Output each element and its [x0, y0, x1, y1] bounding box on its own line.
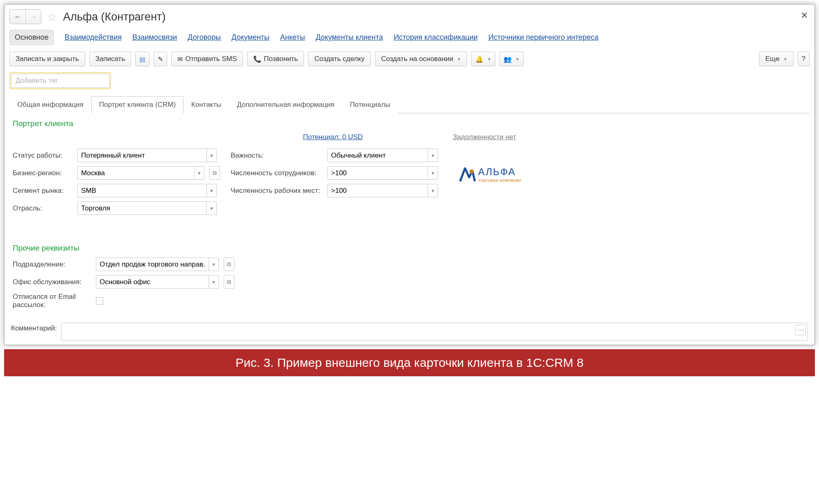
dropdown-icon[interactable]: ▼: [206, 202, 216, 215]
tabs: Общая информация Портрет клиента (CRM) К…: [9, 96, 810, 113]
nav-sources[interactable]: Источники первичного интереса: [488, 33, 599, 42]
tab-general[interactable]: Общая информация: [9, 96, 91, 113]
create-based-button[interactable]: Создать на основании▼: [375, 52, 467, 66]
label-workplaces: Численность рабочих мест:: [231, 187, 324, 195]
dept-select[interactable]: ▼: [96, 258, 219, 271]
back-button[interactable]: ←: [10, 10, 25, 24]
dropdown-icon[interactable]: ▼: [194, 167, 204, 179]
status-value[interactable]: [78, 149, 206, 162]
edit-icon-button[interactable]: ✎: [154, 52, 167, 66]
nav-class-history[interactable]: История классификации: [394, 33, 478, 42]
users-icon-button[interactable]: 👥▼: [499, 52, 524, 66]
other-section: Прочие реквизиты Подразделение: ▼ ⧉ Офис…: [13, 244, 806, 310]
potential-link[interactable]: Потенциал: 0 USD: [303, 133, 363, 141]
favorite-star-icon[interactable]: ☆: [47, 10, 57, 24]
segment-value[interactable]: [78, 185, 206, 197]
expand-icon[interactable]: ⋯: [795, 325, 806, 335]
list-icon-button[interactable]: ▤: [135, 52, 150, 66]
logo-mark-icon: [457, 165, 476, 184]
nav-client-docs[interactable]: Документы клиента: [315, 33, 383, 42]
tab-portrait[interactable]: Портрет клиента (CRM): [91, 96, 184, 113]
toolbar: Записать и закрыть Записать ▤ ✎ ✉Отправи…: [9, 52, 810, 66]
bell-icon-button[interactable]: 🔔▼: [471, 52, 495, 66]
office-select[interactable]: ▼: [96, 275, 219, 289]
dept-value[interactable]: [96, 258, 209, 271]
label-branch: Отрасль:: [13, 204, 74, 212]
save-close-button[interactable]: Записать и закрыть: [9, 52, 85, 66]
close-icon[interactable]: ✕: [801, 10, 808, 21]
label-region: Бизнес-регион:: [13, 169, 74, 177]
tag-input-wrap: [9, 72, 111, 89]
dropdown-icon[interactable]: ▼: [428, 184, 438, 197]
svg-point-0: [470, 170, 474, 174]
nav-interactions[interactable]: Взаимодействия: [64, 33, 122, 42]
call-button[interactable]: 📞Позвонить: [247, 52, 304, 66]
create-deal-button[interactable]: Создать сделку: [308, 52, 371, 66]
segment-select[interactable]: ▼: [77, 184, 217, 197]
branch-value[interactable]: [78, 202, 206, 215]
nav-forms[interactable]: Анкеты: [280, 33, 305, 42]
comment-label: Комментарий:: [11, 323, 57, 332]
dropdown-icon[interactable]: ▼: [428, 149, 438, 162]
save-button[interactable]: Записать: [89, 52, 132, 66]
tab-potentials[interactable]: Потенциалы: [342, 96, 398, 113]
open-icon[interactable]: ⧉: [209, 166, 220, 180]
tab-content: Портрет клиента Потенциал: 0 USD Задолже…: [9, 113, 810, 318]
help-button[interactable]: ?: [798, 52, 810, 66]
importance-select[interactable]: ▼: [327, 149, 438, 162]
nav-documents[interactable]: Документы: [231, 33, 270, 42]
more-label: Еще: [765, 55, 780, 63]
dropdown-icon[interactable]: ▼: [209, 258, 218, 271]
forward-button[interactable]: →: [25, 10, 41, 24]
tab-additional[interactable]: Дополнительная информация: [229, 96, 342, 113]
logo-sub: торговая компания: [478, 178, 521, 183]
dropdown-icon[interactable]: ▼: [206, 149, 216, 162]
label-office: Офис обслуживания:: [13, 278, 93, 286]
office-value[interactable]: [96, 276, 209, 288]
branch-select[interactable]: ▼: [77, 201, 217, 215]
nav-relations[interactable]: Взаимосвязи: [132, 33, 177, 42]
send-sms-label: Отправить SMS: [185, 55, 237, 63]
other-heading: Прочие реквизиты: [13, 244, 806, 253]
create-based-label: Создать на основании: [381, 55, 453, 63]
workplaces-select[interactable]: ▼: [327, 184, 438, 197]
nav-main[interactable]: Основное: [9, 30, 54, 45]
client-logo: АЛЬФА торговая компания: [457, 165, 521, 184]
titlebar: ← → ☆ Альфа (Контрагент): [9, 9, 810, 24]
open-icon[interactable]: ⧉: [224, 275, 234, 289]
status-select[interactable]: ▼: [77, 149, 217, 162]
no-debt-link[interactable]: Задолженности нет: [453, 133, 516, 141]
workplaces-value[interactable]: [328, 185, 428, 197]
dropdown-icon[interactable]: ▼: [428, 167, 438, 179]
comment-row: Комментарий: ⋯: [9, 318, 810, 345]
nav-arrows: ← →: [9, 9, 41, 24]
portrait-heading: Портрет клиента: [13, 119, 806, 128]
page-title: Альфа (Контрагент): [63, 11, 166, 23]
call-label: Позвонить: [264, 55, 298, 63]
label-status: Статус работы:: [13, 151, 74, 160]
employees-value[interactable]: [328, 167, 428, 179]
more-button[interactable]: Еще▼: [759, 52, 794, 66]
top-info-row: Потенциал: 0 USD Задолженности нет: [13, 133, 806, 141]
region-value[interactable]: [78, 167, 194, 179]
dropdown-icon[interactable]: ▼: [209, 276, 218, 288]
label-employees: Численность сотрудников:: [231, 169, 324, 177]
importance-value[interactable]: [328, 149, 428, 162]
section-nav: Основное Взаимодействия Взаимосвязи Дого…: [9, 30, 810, 45]
employees-select[interactable]: ▼: [327, 166, 438, 180]
label-dept: Подразделение:: [13, 260, 93, 269]
open-icon[interactable]: ⧉: [224, 258, 234, 271]
comment-input[interactable]: ⋯: [61, 323, 808, 341]
tab-contacts[interactable]: Контакты: [184, 96, 229, 113]
logo-name: АЛЬФА: [478, 166, 521, 178]
region-select[interactable]: ▼: [77, 166, 204, 180]
nav-contracts[interactable]: Договоры: [188, 33, 221, 42]
dropdown-icon[interactable]: ▼: [206, 184, 216, 197]
app-window: ✕ ← → ☆ Альфа (Контрагент) Основное Взаи…: [4, 4, 815, 345]
label-unsub: Отписался от Email рассылок:: [13, 293, 93, 310]
tag-input[interactable]: [11, 74, 109, 88]
send-sms-button[interactable]: ✉Отправить SMS: [171, 52, 243, 66]
unsub-checkbox[interactable]: [96, 297, 103, 305]
label-segment: Сегмент рынка:: [13, 187, 74, 195]
portrait-form: Статус работы: ▼ Бизнес-регион: ▼ ⧉ Сегм…: [13, 149, 806, 215]
